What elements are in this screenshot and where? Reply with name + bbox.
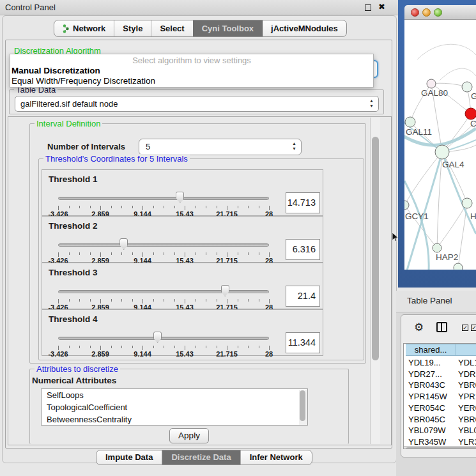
tab-infer-network[interactable]: Infer Network (240, 450, 312, 464)
slider-thumb[interactable] (221, 285, 229, 296)
attributes-scrollbar[interactable] (299, 390, 307, 426)
network-edge[interactable] (440, 68, 476, 81)
slider-tick (238, 252, 238, 255)
split-columns-icon[interactable] (436, 322, 447, 332)
threshold-value-field[interactable]: 6.316 (286, 239, 320, 260)
tab-impute-data[interactable]: Impute Data (96, 450, 162, 464)
network-node[interactable] (454, 263, 463, 270)
tab-cyni-toolbox[interactable]: Cyni Toolbox (193, 20, 262, 36)
settings-vertical-scrollbar[interactable] (370, 118, 380, 444)
slider-tick (121, 346, 122, 348)
table-row[interactable]: YBR045CYBR0 (404, 414, 476, 426)
slider-tick (206, 206, 206, 208)
node-label: GAL11 (406, 127, 432, 137)
slider-tick-label: 9.144 (134, 350, 151, 358)
node-label: HAP2 (436, 252, 458, 262)
slider-thumb[interactable] (176, 192, 184, 203)
slider-tick (100, 346, 101, 350)
screen: Control Panel ✖ NetworkStyleSelectCyni T… (0, 0, 476, 476)
slider-tick (121, 252, 122, 255)
network-node-gcy1[interactable] (404, 201, 409, 210)
tab-label: Cyni Toolbox (202, 20, 254, 36)
threshold-value-field[interactable]: 21.4 (286, 286, 320, 307)
checkbox-icon[interactable]: ✓ (471, 325, 476, 331)
slider-tick (121, 299, 122, 302)
slider-thumb[interactable] (153, 332, 162, 343)
network-node-gal4[interactable] (435, 145, 449, 159)
apply-button[interactable]: Apply (169, 428, 209, 443)
network-node-gal11[interactable] (405, 117, 415, 127)
column-header-shared-[interactable]: shared... (406, 344, 456, 356)
table-row[interactable]: YDL19...YDL1 (404, 357, 476, 369)
threshold-label: Threshold 1 (49, 174, 98, 184)
tab-discretize-data[interactable]: Discretize Data (162, 450, 240, 464)
network-node-c[interactable] (465, 108, 476, 119)
slider-tick (132, 252, 133, 255)
minimize-traffic-light-icon[interactable] (422, 8, 431, 17)
list-item[interactable]: SelfLoops (42, 389, 307, 401)
network-edge[interactable] (417, 44, 476, 59)
threshold-slider[interactable]: -3.4262.8599.14415.4321.71528 (58, 332, 269, 356)
slider-tick (238, 346, 238, 348)
list-item[interactable]: BetweennessCentrality (42, 413, 307, 426)
checkbox-icon[interactable]: ✓ (462, 325, 468, 331)
close-traffic-light-icon[interactable] (411, 8, 419, 17)
table-row[interactable]: YER054CYER0 (404, 403, 476, 414)
cell-name: YDL1 (458, 357, 476, 369)
algorithm-option-manual-discretization[interactable]: Manual Discretization (12, 66, 100, 75)
network-edge[interactable] (404, 152, 442, 205)
zoom-traffic-light-icon[interactable] (434, 8, 442, 17)
network-canvas[interactable]: GAL80GACGAL11GAL4GCY1HHAP2 (404, 20, 476, 270)
dropdown-hint: Select algorithm to view settings (10, 56, 373, 65)
slider-tick (90, 346, 91, 348)
network-edge[interactable] (404, 181, 429, 270)
table-row[interactable]: YPR145WYPR1 (404, 391, 476, 403)
slider-tick (185, 206, 185, 210)
scrollbar-thumb[interactable] (372, 137, 379, 360)
tab-select[interactable]: Select (151, 20, 192, 36)
network-node-ga[interactable] (462, 82, 472, 92)
close-icon[interactable]: ✖ (378, 2, 385, 12)
slider-tick (217, 206, 217, 208)
slider-tick (111, 206, 112, 208)
threshold-slider[interactable]: -3.4262.8599.14415.4321.71528 (58, 192, 269, 216)
network-edge[interactable] (437, 203, 467, 248)
node-table[interactable]: shared...na YDL19...YDL1YDR27...YDR2YBR0… (403, 343, 476, 449)
threshold-slider[interactable]: -3.4262.8599.14415.4321.71528 (58, 238, 269, 263)
threshold-value-field[interactable]: 14.713 (286, 192, 320, 213)
numerical-attributes-list[interactable]: SelfLoopsTopologicalCoefficientBetweenne… (41, 388, 308, 426)
tab-style[interactable]: Style (114, 20, 151, 36)
slider-tick (69, 299, 70, 302)
network-node-gal80[interactable] (427, 79, 436, 88)
number-of-intervals-combobox[interactable]: 5 ▲▼ (139, 139, 302, 155)
threshold-value-field[interactable]: 11.344 (286, 332, 320, 353)
table-data-combobox[interactable]: galFiltered.sif default node ▲▼ (15, 96, 379, 112)
threshold-slider[interactable]: -3.4262.8599.14415.4321.71528 (58, 285, 269, 309)
slider-tick (217, 252, 217, 255)
interval-definition-group: Interval Definition Number of Intervals … (29, 123, 366, 364)
number-of-intervals-label: Number of Intervals (47, 142, 125, 151)
list-item[interactable]: TopologicalCoefficient (42, 401, 307, 413)
float-window-icon[interactable] (365, 4, 371, 11)
slider-tick (100, 299, 101, 303)
slider-tick (58, 206, 59, 210)
table-row[interactable]: YDR27...YDR2 (404, 369, 476, 380)
column-header-na[interactable]: na (456, 344, 476, 356)
slider-track (58, 243, 269, 247)
table-horizontal-scrollbar[interactable] (404, 446, 476, 449)
cell-name: YDR2 (458, 369, 476, 380)
slider-tick (142, 299, 143, 303)
slider-tick (132, 299, 133, 302)
gear-icon[interactable]: ⚙ (414, 321, 424, 334)
tab-network[interactable]: Network (54, 20, 114, 36)
table-row[interactable]: YBR043CYBR0 (404, 380, 476, 391)
algorithm-option-equal-width-frequency-discretization[interactable]: Equal Width/Frequency Discretization (12, 76, 155, 86)
slider-thumb[interactable] (119, 238, 128, 250)
network-node-hap2[interactable] (433, 243, 441, 252)
tab-jactivemnodules[interactable]: jActiveMNodules (262, 20, 346, 36)
slider-tick (174, 299, 175, 302)
control-panel-titlebar: Control Panel ✖ (0, 0, 399, 15)
slider-tick (79, 299, 80, 302)
table-row[interactable]: YBL079WYBL0 (404, 425, 476, 436)
network-node-h[interactable] (462, 198, 472, 208)
